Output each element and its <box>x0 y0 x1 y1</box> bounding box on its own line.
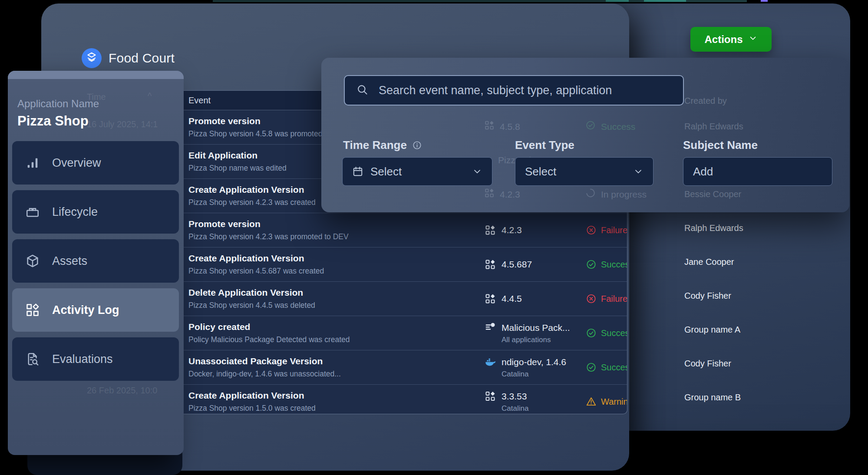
sidebar-item-assets[interactable]: Assets <box>12 239 179 283</box>
calendar-icon <box>352 166 363 177</box>
time-range-label: Time Range <box>343 139 422 152</box>
event-type-label: Event Type <box>515 139 574 152</box>
status-label: Success <box>601 363 627 373</box>
table-row[interactable]: Promote versionPizza Shop version 4.2.3 … <box>144 213 627 247</box>
subject-text: Malicious Pack... <box>502 322 570 333</box>
sidebar-item-lifecycle[interactable]: Lifecycle <box>12 190 179 234</box>
chevron-down-icon <box>633 166 644 177</box>
event-subtitle: Pizza Shop version 1.5.0 was created <box>188 404 316 413</box>
chevron-down-icon <box>472 166 482 177</box>
sidebar-item-overview[interactable]: Overview <box>12 141 179 185</box>
event-subtitle: Pizza Shop version 4.4.5 was deleted <box>188 301 315 310</box>
subject-cell: 4.5.687 <box>485 259 532 270</box>
ghost-subject-version: 4.2.3 <box>484 188 520 201</box>
bar-chart-icon <box>25 155 40 170</box>
ghost-time-value: 26 Feb 2025, 10:0 <box>87 386 157 396</box>
in-progress-icon <box>585 188 596 201</box>
app-title: Food Court <box>109 51 175 66</box>
background-layer-accent <box>761 0 768 2</box>
event-subtitle: Pizza Shop name was edited <box>188 164 287 173</box>
status-badge: Success <box>586 362 627 373</box>
sidebar-item-activity-log[interactable]: Activity Log <box>12 288 179 332</box>
version-icon <box>484 188 495 198</box>
created-by-value: Jane Cooper <box>684 257 734 267</box>
event-type-select[interactable]: Select <box>515 157 653 186</box>
brick-icon <box>25 205 40 219</box>
event-cell: Policy createdPolicy Malicious Package D… <box>188 322 350 344</box>
sidebar-item-label: Assets <box>52 254 87 268</box>
ghost-created-by: Bessie Cooper <box>684 189 741 199</box>
activity-grid-icon <box>25 303 40 317</box>
subject-cell: 4.2.3 <box>485 224 522 236</box>
event-subtitle: Docker, indigo-dev, 1.4.6 was unassociat… <box>188 369 341 379</box>
table-row[interactable]: Create Application VersionPizza Shop ver… <box>144 247 627 281</box>
subject-subtext: Catalina <box>502 404 528 413</box>
time-range-select[interactable]: Select <box>342 157 492 186</box>
search-field <box>344 75 684 106</box>
success-icon <box>585 120 596 133</box>
status-label: Warning <box>601 397 627 407</box>
event-title: Create Application Version <box>188 390 316 401</box>
event-subtitle: Pizza Shop version 4.2.3 was promoted to… <box>188 232 349 241</box>
progress-icon <box>585 188 596 198</box>
status-badge: Warning <box>586 396 627 407</box>
created-by-value: Ralph Edwards <box>684 223 743 233</box>
ghost-status: In progress <box>585 188 647 201</box>
sidebar-item-label: Overview <box>52 156 101 170</box>
subject-text: ndigo-dev, 1.4.6 <box>502 356 566 368</box>
app-screenshot: Ralph EdwardsJane CooperCody FisherGroup… <box>0 0 868 475</box>
chevron-down-icon <box>633 166 644 177</box>
sidebar-item-label: Lifecycle <box>52 205 98 219</box>
search-input[interactable] <box>378 76 683 105</box>
event-title: Unassociated Package Version <box>188 356 341 366</box>
sidebar-item-label: Evaluations <box>52 353 113 366</box>
event-title: Policy created <box>188 322 350 332</box>
success-icon <box>586 259 597 270</box>
logo-layers-icon <box>86 51 98 63</box>
subject-cell: 4.4.5 <box>485 293 522 304</box>
subject-name-label: Subject Name <box>683 139 758 152</box>
status-badge: Failure <box>586 225 627 236</box>
info-icon <box>412 140 422 150</box>
created-by-value: Group name B <box>684 393 741 402</box>
calendar-icon <box>352 166 363 177</box>
status-label: Success <box>601 328 627 338</box>
status-badge: Success <box>586 259 627 270</box>
actions-button[interactable]: Actions <box>690 27 772 52</box>
warning-icon <box>586 396 597 407</box>
version-icon <box>485 259 496 270</box>
event-cell: Create Application VersionPizza Shop ver… <box>188 253 324 276</box>
status-label: Success <box>601 260 627 270</box>
table-row[interactable]: Unassociated Package VersionDocker, indi… <box>144 350 627 384</box>
subject-cell: Malicious Pack...All applications <box>485 322 570 344</box>
sidebar: Time ^ 16 July 2025, 14:1 26 Feb 2025, 1… <box>8 71 184 455</box>
table-row[interactable]: Policy createdPolicy Malicious Package D… <box>144 316 627 350</box>
ghost-time-value: 16 July 2025, 14:1 <box>87 119 158 129</box>
layers-icon <box>86 51 98 65</box>
table-row[interactable]: Delete Application VersionPizza Shop ver… <box>144 281 627 316</box>
event-type-value: Select <box>525 165 556 178</box>
subject-name-value: Add <box>693 165 713 178</box>
event-cell: Edit ApplicationPizza Shop name was edit… <box>188 150 287 173</box>
subject-name-input[interactable]: Add <box>683 157 832 186</box>
event-title: Create Application Version <box>188 185 316 195</box>
chevron-down-icon <box>748 33 758 46</box>
failure-icon <box>586 294 597 304</box>
background-layer-accent <box>644 0 686 2</box>
background-layer-edge <box>213 0 747 2</box>
info-icon[interactable] <box>412 140 422 150</box>
event-subtitle: Pizza Shop version 4.5.687 was created <box>188 267 324 276</box>
ghost-status: Success <box>585 120 635 133</box>
subject-subtext: Catalina <box>502 370 566 379</box>
sidebar-nav: OverviewLifecycleAssetsActivity LogEvalu… <box>12 141 179 381</box>
chevron-down-icon <box>472 166 482 177</box>
subject-text: 4.2.3 <box>502 224 522 236</box>
table-row[interactable]: Create Application VersionPizza Shop ver… <box>144 384 627 414</box>
subject-cell: 3.3.53Catalina <box>485 391 528 413</box>
sidebar-item-evaluations[interactable]: Evaluations <box>12 337 179 381</box>
event-subtitle: Pizza Shop version 4.2.3 was created <box>188 198 316 207</box>
event-cell: Create Application VersionPizza Shop ver… <box>188 185 316 207</box>
status-label: Failure <box>601 294 627 304</box>
subject-text: 4.5.687 <box>502 259 532 270</box>
subject-text: 4.4.5 <box>502 293 522 304</box>
